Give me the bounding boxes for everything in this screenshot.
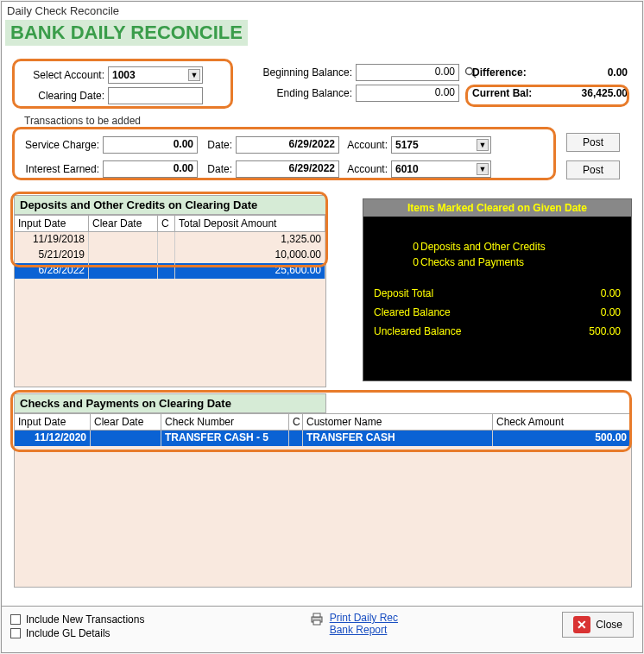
uncleared-balance-value: 500.00 <box>560 325 621 337</box>
balances-block: Beginning Balance: 0.00 Ending Balance: … <box>252 62 497 104</box>
sc-date-label: Date: <box>198 139 236 151</box>
print-report-link[interactable]: Print Daily Rec Bank Report <box>309 612 398 636</box>
table-row[interactable]: 5/21/201910,000.00 <box>15 248 325 263</box>
ending-balance-label: Ending Balance: <box>252 87 356 99</box>
transactions-fieldset-label: Transactions to be added <box>21 115 144 127</box>
table-row[interactable]: 11/12/2020TRANSFER CASH - 5TRANSFER CASH… <box>15 431 631 446</box>
ie-date-input[interactable]: 6/29/2022 <box>236 160 339 178</box>
cleared-balance-value: 0.00 <box>560 306 621 318</box>
marked-deposits-count: 0 <box>374 241 420 253</box>
col-clear-date[interactable]: Clear Date <box>89 216 158 231</box>
transactions-box: Service Charge: 0.00 Date: 6/29/2022 Acc… <box>12 127 556 180</box>
uncleared-balance-label: Uncleared Balance <box>374 325 461 337</box>
select-account-label: Select Account: <box>20 69 108 81</box>
ie-account-label: Account: <box>339 163 391 175</box>
ie-date-label: Date: <box>198 163 236 175</box>
col-input-date[interactable]: Input Date <box>15 414 91 430</box>
chevron-down-icon: ▼ <box>477 139 489 151</box>
ie-account-value: 6010 <box>395 163 419 175</box>
interest-earned-label: Interest Earned: <box>20 163 103 175</box>
deposit-total-label: Deposit Total <box>374 287 433 299</box>
ie-account-select[interactable]: 6010 ▼ <box>391 160 491 178</box>
col-check-amount[interactable]: Check Amount <box>493 414 631 430</box>
ending-balance-input[interactable]: 0.00 <box>356 85 459 102</box>
chevron-down-icon: ▼ <box>477 163 489 175</box>
checkbox-icon <box>10 628 21 638</box>
sc-account-label: Account: <box>339 139 391 151</box>
col-check-number[interactable]: Check Number <box>161 414 289 430</box>
chevron-down-icon: ▼ <box>188 69 200 81</box>
page-heading: BANK DAILY RECONCILE <box>5 20 248 46</box>
checks-grid-header: Input Date Clear Date Check Number C Cus… <box>15 414 631 431</box>
footer: Include New Transactions Include GL Deta… <box>2 606 642 652</box>
clearing-date-label: Clearing Date: <box>20 90 108 102</box>
include-new-checkbox[interactable]: Include New Transactions <box>10 613 144 626</box>
close-label: Close <box>596 619 622 631</box>
beginning-balance-input[interactable]: 0.00 <box>356 64 459 81</box>
deposit-total-value: 0.00 <box>560 287 621 299</box>
checkbox-icon <box>10 614 21 625</box>
deposits-grid[interactable]: Input Date Clear Date C Total Deposit Am… <box>14 215 326 387</box>
table-row[interactable]: 11/19/20181,325.00 <box>15 232 325 248</box>
checks-section: Checks and Payments on Clearing Date Inp… <box>14 393 632 588</box>
sc-account-value: 5175 <box>395 139 419 151</box>
include-gl-label: Include GL Details <box>26 627 110 639</box>
window: Daily Check Reconcile BANK DAILY RECONCI… <box>1 1 643 653</box>
close-button[interactable]: ✕ Close <box>562 612 634 638</box>
include-new-label: Include New Transactions <box>26 613 144 626</box>
cleared-balance-label: Cleared Balance <box>374 306 451 318</box>
col-input-date[interactable]: Input Date <box>15 216 89 231</box>
marked-checks-count: 0 <box>374 256 420 268</box>
current-balance-highlight <box>465 85 629 107</box>
svg-rect-4 <box>313 620 320 625</box>
interest-earned-input[interactable]: 0.00 <box>103 160 198 178</box>
col-deposit-amount[interactable]: Total Deposit Amount <box>175 216 325 231</box>
account-select[interactable]: 1003 ▼ <box>108 66 203 84</box>
account-select-value: 1003 <box>112 69 136 81</box>
difference-label: Difference: <box>472 66 527 79</box>
service-charge-input[interactable]: 0.00 <box>103 136 198 154</box>
service-charge-label: Service Charge: <box>20 139 103 151</box>
printer-icon <box>309 612 325 630</box>
col-customer-name[interactable]: Customer Name <box>303 414 493 430</box>
print-link-line1: Print Daily Rec <box>330 612 398 624</box>
checks-grid[interactable]: Input Date Clear Date Check Number C Cus… <box>14 413 632 588</box>
checks-header: Checks and Payments on Clearing Date <box>14 393 326 413</box>
difference-value: 0.00 <box>559 66 628 79</box>
include-gl-checkbox[interactable]: Include GL Details <box>10 627 144 639</box>
post-interest-button[interactable]: Post <box>566 160 620 179</box>
marked-header: Items Marked Cleared on Given Date <box>363 199 631 217</box>
beginning-balance-label: Beginning Balance: <box>252 66 356 79</box>
col-cleared-flag[interactable]: C <box>158 216 175 231</box>
marked-checks-label: Checks and Payments <box>420 256 524 268</box>
marked-panel: Items Marked Cleared on Given Date 0Depo… <box>363 198 632 381</box>
account-box: Select Account: 1003 ▼ Clearing Date: <box>12 59 233 109</box>
post-service-charge-button[interactable]: Post <box>566 133 620 152</box>
deposits-header: Deposits and Other Credits on Clearing D… <box>14 195 326 215</box>
deposits-grid-header: Input Date Clear Date C Total Deposit Am… <box>15 216 325 232</box>
clearing-date-input[interactable] <box>108 87 203 104</box>
title-bar: Daily Check Reconcile <box>2 2 642 20</box>
table-row[interactable]: 6/28/202225,600.00 <box>15 263 325 279</box>
svg-rect-3 <box>313 613 320 617</box>
col-cleared-flag[interactable]: C <box>289 414 303 430</box>
marked-deposits-label: Deposits and Other Credits <box>420 241 546 253</box>
sc-date-input[interactable]: 6/29/2022 <box>236 136 339 154</box>
print-link-line2: Bank Report <box>330 624 398 636</box>
col-clear-date[interactable]: Clear Date <box>91 414 161 430</box>
deposits-section: Deposits and Other Credits on Clearing D… <box>14 195 326 387</box>
sc-account-select[interactable]: 5175 ▼ <box>391 136 491 154</box>
close-icon: ✕ <box>573 616 590 633</box>
